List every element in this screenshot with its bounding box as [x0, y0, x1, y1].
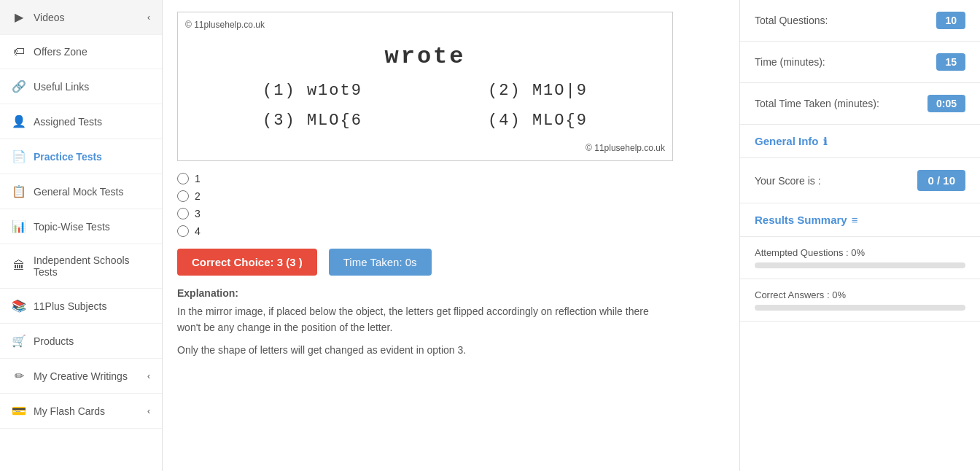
time-minutes-label: Time (minutes): [755, 56, 825, 68]
correct-label: Correct Answers : 0% [755, 289, 965, 300]
sidebar-label-subjects: 11Plus Subjects [34, 300, 106, 312]
links-icon: 🔗 [12, 79, 26, 93]
independent-schools-icon: 🏛 [12, 260, 26, 273]
chevron-icon: ‹ [147, 12, 150, 23]
sidebar-item-videos[interactable]: ▶ Videos ‹ [0, 0, 162, 35]
total-time-taken-value: 0:05 [928, 95, 965, 112]
results-summary-icon: ≡ [852, 214, 858, 226]
total-questions-row: Total Questions: 10 [740, 0, 980, 42]
watermark-bottom: © 11plusehelp.co.uk [185, 143, 665, 153]
general-mock-icon: 📋 [12, 184, 26, 198]
products-icon: 🛒 [12, 334, 26, 348]
videos-icon: ▶ [12, 10, 26, 24]
offers-icon: 🏷 [12, 45, 26, 58]
explanation-title: Explanation: [177, 287, 673, 299]
topic-wise-icon: 📊 [12, 219, 26, 233]
time-minutes-row: Time (minutes): 15 [740, 42, 980, 83]
time-minutes-value: 15 [936, 53, 965, 71]
right-panel: Total Questions: 10 Time (minutes): 15 T… [739, 0, 980, 471]
sidebar-label-videos: Videos [34, 12, 65, 23]
assigned-icon: 👤 [12, 114, 26, 128]
radio-option-4[interactable]: 4 [177, 225, 673, 237]
sidebar-label-practice: Practice Tests [34, 151, 102, 163]
sidebar-item-general-mock[interactable]: 📋 General Mock Tests [0, 174, 162, 209]
chevron-creative-icon: ‹ [147, 371, 150, 381]
sidebar-label-topic-wise: Topic-Wise Tests [34, 221, 110, 233]
question-container: © 11plusehelp.co.uk wrote (1) w1ot9 (3) … [163, 0, 688, 370]
radio-2[interactable] [177, 190, 189, 202]
your-score-value: 0 / 10 [917, 170, 965, 191]
sidebar-item-independent-schools[interactable]: 🏛 Independent Schools Tests [0, 244, 162, 289]
radio-label-4: 4 [195, 225, 201, 237]
sidebar-item-flash-cards[interactable]: 💳 My Flash Cards ‹ [0, 394, 162, 429]
option-4-display: (4) MLO{9 [488, 112, 588, 130]
total-questions-label: Total Questions: [755, 15, 828, 26]
correct-section: Correct Answers : 0% [740, 279, 980, 322]
explanation-text-1: In the mirror image, if placed below the… [177, 303, 673, 336]
info-icon: ℹ [823, 136, 827, 147]
watermark-top: © 11plusehelp.co.uk [185, 20, 665, 30]
radio-3[interactable] [177, 208, 189, 219]
attempted-label: Attempted Questions : 0% [755, 247, 965, 258]
your-score-row: Your Score is : 0 / 10 [740, 158, 980, 203]
chevron-flash-icon: ‹ [147, 406, 150, 416]
radio-label-2: 2 [195, 190, 201, 202]
sidebar-label-general-mock: General Mock Tests [34, 186, 123, 198]
time-taken-badge: Time Taken: 0s [329, 249, 432, 276]
radio-label-1: 1 [195, 173, 201, 184]
sidebar-label-independent: Independent Schools Tests [34, 254, 150, 278]
results-summary-label: Results Summary [755, 214, 847, 226]
sidebar-item-assigned-tests[interactable]: 👤 Assigned Tests [0, 104, 162, 139]
option-3-display: (3) MLO{6 [262, 112, 362, 130]
mirror-image-content: wrote (1) w1ot9 (3) MLO{6 (2) M1O|9 (4) … [185, 36, 665, 137]
sidebar: ▶ Videos ‹ 🏷 Offers Zone 🔗 Useful Links … [0, 0, 163, 471]
sidebar-label-flash-cards: My Flash Cards [34, 405, 105, 417]
correct-bar-bg [755, 305, 965, 311]
general-info-label: General Info [755, 135, 819, 147]
general-info-header: General Info ℹ [740, 125, 980, 158]
sidebar-item-practice-tests[interactable]: 📄 Practice Tests [0, 139, 162, 174]
sidebar-label-products: Products [34, 335, 74, 347]
sidebar-label-assigned: Assigned Tests [34, 116, 102, 128]
question-image-box: © 11plusehelp.co.uk wrote (1) w1ot9 (3) … [177, 12, 673, 161]
total-time-taken-label: Total Time Taken (minutes): [755, 98, 879, 109]
main-content: © 11plusehelp.co.uk wrote (1) w1ot9 (3) … [163, 0, 739, 471]
explanation-text-2: Only the shape of letters will get chang… [177, 342, 673, 358]
sidebar-label-offers: Offers Zone [34, 46, 88, 58]
total-time-taken-row: Total Time Taken (minutes): 0:05 [740, 83, 980, 125]
sidebar-label-creative: My Creative Writings [34, 370, 128, 382]
sidebar-label-links: Useful Links [34, 81, 89, 93]
sidebar-item-products[interactable]: 🛒 Products [0, 324, 162, 359]
sidebar-item-11plus-subjects[interactable]: 📚 11Plus Subjects [0, 289, 162, 324]
sidebar-item-creative-writings[interactable]: ✏ My Creative Writings ‹ [0, 359, 162, 394]
your-score-label: Your Score is : [755, 175, 821, 187]
results-summary-header: Results Summary ≡ [740, 203, 980, 237]
practice-icon: 📄 [12, 149, 26, 163]
total-questions-value: 10 [936, 12, 965, 29]
sidebar-item-offers-zone[interactable]: 🏷 Offers Zone [0, 35, 162, 69]
sidebar-item-useful-links[interactable]: 🔗 Useful Links [0, 69, 162, 104]
original-word: wrote [200, 43, 650, 70]
explanation-section: Explanation: In the mirror image, if pla… [177, 287, 673, 358]
subjects-icon: 📚 [12, 299, 26, 313]
attempted-section: Attempted Questions : 0% [740, 237, 980, 279]
radio-option-3[interactable]: 3 [177, 208, 673, 219]
radio-label-3: 3 [195, 208, 201, 219]
option-1-display: (1) w1ot9 [262, 82, 362, 100]
sidebar-item-topic-wise[interactable]: 📊 Topic-Wise Tests [0, 209, 162, 244]
flash-cards-icon: 💳 [12, 404, 26, 418]
radio-1[interactable] [177, 173, 189, 184]
option-2-display: (2) M1O|9 [488, 82, 588, 100]
radio-option-2[interactable]: 2 [177, 190, 673, 202]
answer-row: Correct Choice: 3 (3 ) Time Taken: 0s [177, 249, 673, 276]
correct-choice-badge: Correct Choice: 3 (3 ) [177, 249, 317, 276]
creative-icon: ✏ [12, 369, 26, 383]
radio-option-1[interactable]: 1 [177, 173, 673, 184]
attempted-bar-bg [755, 262, 965, 268]
radio-4[interactable] [177, 225, 189, 237]
